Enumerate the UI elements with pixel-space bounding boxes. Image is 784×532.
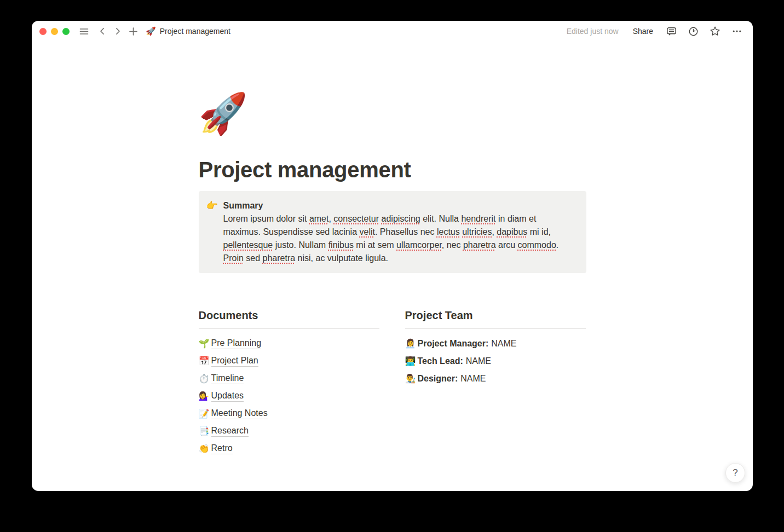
- comment-bubble-icon: [666, 26, 677, 37]
- misspelled-word: dapibus: [497, 227, 527, 236]
- favorite-button[interactable]: [708, 24, 722, 38]
- page-emoji-icon[interactable]: 🚀: [199, 92, 246, 135]
- team-heading: Project Team: [405, 308, 586, 322]
- team-column: Project Team 👩‍💼Project Manager:NAME👨‍💻T…: [405, 308, 586, 458]
- two-column-layout: Documents 🌱Pre Planning📅Project Plan⏱️Ti…: [199, 308, 586, 458]
- callout-paragraph: Lorem ipsum dolor sit amet, consectetur …: [223, 212, 568, 265]
- team-member-item: 👩‍💼Project Manager:NAME: [405, 335, 586, 352]
- star-icon: [710, 26, 720, 37]
- team-divider: [405, 328, 586, 329]
- document-page-link[interactable]: Pre Planning: [211, 338, 262, 349]
- misspelled-word: pellentesque: [223, 240, 273, 250]
- misspelled-word: ultricies: [462, 227, 492, 236]
- ellipsis-icon: [731, 26, 742, 37]
- team-member-emoji-icon: 👨‍💻: [405, 356, 418, 367]
- documents-list: 🌱Pre Planning📅Project Plan⏱️Timeline💁‍♀️…: [199, 335, 379, 458]
- zoom-window-button[interactable]: [62, 28, 70, 35]
- close-window-button[interactable]: [39, 28, 47, 35]
- misspelled-word: adipiscing: [382, 214, 420, 223]
- document-page-link[interactable]: Project Plan: [211, 356, 258, 367]
- titlebar-left-group: 🚀 Project management: [37, 24, 230, 38]
- hamburger-menu-icon: [79, 26, 89, 37]
- team-member-name: NAME: [491, 339, 516, 349]
- team-member-name: NAME: [466, 356, 491, 366]
- edited-status: Edited just now: [567, 27, 619, 36]
- breadcrumb-page-title: Project management: [160, 27, 230, 36]
- text-segment: . Phasellus nec: [375, 227, 437, 236]
- text-segment: justo. Nullam: [273, 240, 328, 250]
- documents-divider: [199, 328, 379, 329]
- misspelled-word: lectus: [437, 227, 460, 236]
- document-page-link[interactable]: Updates: [211, 391, 244, 402]
- text-segment: mi id,: [527, 227, 551, 236]
- document-emoji-icon: 🌱: [199, 338, 211, 349]
- sidebar-toggle-button[interactable]: [77, 24, 91, 38]
- team-member-emoji-icon: 👨‍🎨: [405, 373, 418, 384]
- app-window: 🚀 Project management Edited just now Sha…: [32, 21, 753, 491]
- updates-button[interactable]: [686, 24, 700, 38]
- new-page-button[interactable]: [126, 24, 140, 38]
- summary-callout[interactable]: 👉 Summary Lorem ipsum dolor sit amet, co…: [199, 191, 586, 273]
- document-list-item: 📑Research: [199, 423, 379, 440]
- document-emoji-icon: 📅: [199, 356, 211, 367]
- text-segment: nisi, ac vulputate ligula.: [295, 253, 388, 263]
- callout-title: Summary: [223, 199, 568, 212]
- document-page-link[interactable]: Timeline: [211, 373, 244, 384]
- breadcrumb-page-icon: 🚀: [146, 27, 156, 36]
- document-page-link[interactable]: Meeting Notes: [211, 408, 268, 419]
- document-emoji-icon: 💁‍♀️: [199, 391, 211, 402]
- minimize-window-button[interactable]: [51, 28, 58, 35]
- documents-heading: Documents: [199, 308, 379, 322]
- text-segment: , nec: [442, 240, 463, 250]
- more-options-button[interactable]: [730, 24, 744, 38]
- misspelled-word: velit: [360, 227, 375, 236]
- share-button[interactable]: Share: [630, 25, 656, 38]
- team-member-role: Project Manager:: [418, 339, 489, 349]
- team-member-item: 👨‍🎨Designer:NAME: [405, 370, 586, 388]
- breadcrumb[interactable]: 🚀 Project management: [146, 27, 230, 36]
- chevron-right-icon: [113, 27, 122, 36]
- chevron-left-icon: [98, 27, 107, 36]
- pointing-finger-icon: 👉: [206, 199, 223, 212]
- misspelled-word: pharetra: [463, 240, 496, 250]
- comments-button[interactable]: [664, 24, 678, 38]
- document-list-item: ⏱️Timeline: [199, 370, 379, 388]
- team-list: 👩‍💼Project Manager:NAME👨‍💻Tech Lead:NAME…: [405, 335, 586, 388]
- team-member-item: 👨‍💻Tech Lead:NAME: [405, 352, 586, 370]
- callout-body: Summary Lorem ipsum dolor sit amet, cons…: [223, 199, 568, 265]
- document-page-link[interactable]: Research: [211, 426, 249, 437]
- misspelled-word: hendrerit: [461, 214, 495, 223]
- misspelled-word: commodo: [518, 240, 556, 250]
- page-content: 🚀 Project management 👉 Summary Lorem ips…: [199, 42, 586, 458]
- traffic-lights: [37, 28, 72, 35]
- document-emoji-icon: ⏱️: [199, 373, 211, 384]
- document-emoji-icon: 📝: [199, 408, 211, 419]
- titlebar-right-group: Edited just now Share: [567, 24, 744, 38]
- document-emoji-icon: 📑: [199, 426, 211, 437]
- document-list-item: 📅Project Plan: [199, 352, 379, 370]
- text-segment: sed: [244, 253, 263, 263]
- document-list-item: 📝Meeting Notes: [199, 405, 379, 423]
- document-page-link[interactable]: Retro: [211, 443, 233, 454]
- nav-back-button[interactable]: [95, 24, 109, 38]
- nav-forward-button[interactable]: [111, 24, 125, 38]
- misspelled-word: finibus: [328, 240, 354, 250]
- text-segment: ,: [492, 227, 497, 236]
- documents-column: Documents 🌱Pre Planning📅Project Plan⏱️Ti…: [199, 308, 379, 458]
- team-member-name: NAME: [460, 374, 486, 384]
- team-member-role: Designer:: [418, 374, 458, 384]
- clock-icon: [688, 26, 699, 37]
- text-segment: Lorem ipsum dolor sit: [223, 214, 309, 223]
- text-segment: arcu: [496, 240, 518, 250]
- misspelled-word: consectetur: [333, 214, 379, 223]
- document-list-item: 👏Retro: [199, 440, 379, 458]
- text-segment: mi at sem: [354, 240, 396, 250]
- team-member-role: Tech Lead:: [418, 356, 463, 366]
- page-title[interactable]: Project management: [199, 157, 586, 183]
- misspelled-word: Proin: [223, 253, 244, 263]
- help-button[interactable]: ?: [725, 463, 745, 483]
- misspelled-word: amet: [309, 214, 329, 223]
- misspelled-word: ullamcorper: [396, 240, 442, 250]
- document-emoji-icon: 👏: [199, 443, 211, 454]
- team-member-emoji-icon: 👩‍💼: [405, 338, 418, 349]
